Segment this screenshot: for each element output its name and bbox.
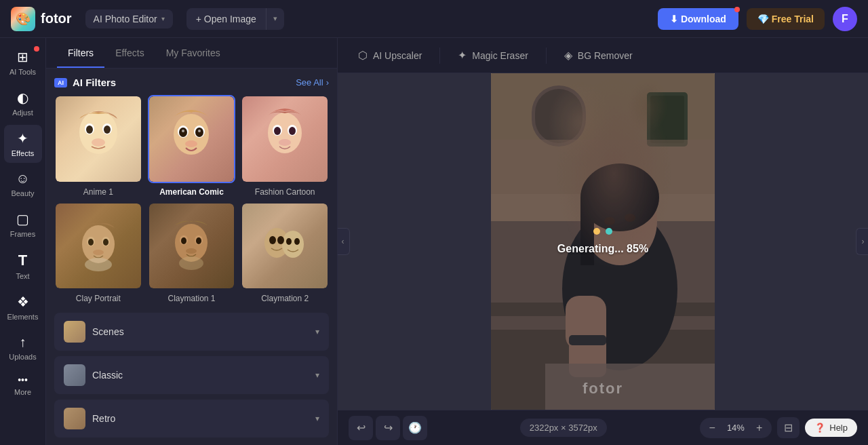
zoom-plus-icon: + (756, 422, 762, 434)
accordion-retro-header[interactable]: Retro ▾ (54, 400, 329, 438)
claymation1-label: Claymation 1 (167, 294, 215, 303)
view-mode-button[interactable]: ⊟ (777, 417, 800, 438)
clay-portrait-illustration (56, 204, 141, 289)
sidebar-item-adjust[interactable]: ◐ Adjust (4, 84, 42, 122)
sidebar-item-more[interactable]: ••• More (4, 369, 42, 402)
avatar[interactable]: F (833, 7, 857, 31)
claymation1-svg (164, 216, 218, 277)
frames-icon: ▢ (16, 211, 29, 227)
open-image-main-button[interactable]: + Open Image (186, 8, 267, 30)
accordion-scenes-header[interactable]: Scenes ▾ (54, 313, 329, 351)
see-all-label: See All (296, 77, 323, 88)
open-image-arrow-icon: ▾ (273, 14, 277, 22)
svg-point-31 (196, 237, 201, 244)
filter-item-claymation1[interactable]: Claymation 1 (148, 202, 236, 304)
fotor-watermark: fotor (583, 380, 623, 398)
svg-point-17 (274, 127, 281, 135)
uploads-icon: ↑ (20, 334, 26, 350)
bg-remover-button[interactable]: ◈ BG Remover (555, 43, 642, 67)
svg-point-5 (92, 138, 105, 147)
download-button[interactable]: ⬇ Download (658, 8, 738, 30)
tab-filters[interactable]: Filters (57, 38, 104, 68)
filter-item-fashion-cartoon[interactable]: Fashion Cartoon (241, 95, 329, 197)
filter-item-anime1[interactable]: Anime 1 (54, 95, 142, 197)
classic-title: Classic (92, 370, 309, 381)
zoom-level: 14% (724, 423, 748, 433)
scenes-chevron: ▾ (315, 327, 319, 336)
adjust-icon: ◐ (17, 90, 28, 106)
scenes-title: Scenes (92, 326, 309, 337)
bottom-right-group: − 14% + ⊟ ❓ Help (700, 417, 857, 438)
redo-button[interactable]: ↪ (376, 416, 400, 440)
dot-yellow (593, 228, 600, 235)
undo-button[interactable]: ↩ (349, 416, 373, 440)
filter-item-american-comic[interactable]: American Comic (148, 95, 236, 197)
ai-tools-notif (34, 46, 39, 52)
ai-filters-title: AI AI Filters (54, 77, 116, 88)
image-container: Generating... 85% fotor (491, 73, 715, 410)
anime1-illustration (56, 96, 141, 182)
generating-box: Generating... 85% (557, 228, 648, 255)
generating-dots (593, 228, 612, 235)
svg-point-19 (279, 139, 291, 146)
claymation1-illustration (149, 204, 235, 289)
app-mode-selector[interactable]: AI Photo Editor ▾ (85, 9, 173, 28)
free-trial-label: 💎 Free Trial (757, 14, 814, 24)
svg-point-33 (179, 256, 203, 270)
fashion-cartoon-label: Fashion Cartoon (255, 187, 315, 197)
toolbar-divider-2 (546, 47, 547, 64)
generating-text: Generating... 85% (557, 243, 648, 255)
sidebar-item-frames[interactable]: ▢ Frames (4, 206, 42, 244)
main-image: Generating... 85% fotor (491, 73, 715, 410)
sidebar-item-ai-tools[interactable]: ⊞ AI Tools (4, 43, 42, 81)
svg-point-39 (294, 238, 300, 245)
accordion-classic-header[interactable]: Classic ▾ (54, 356, 329, 394)
history-button[interactable]: 🕐 (403, 416, 427, 440)
accordion-classic: Classic ▾ (54, 356, 329, 394)
retro-chevron: ▾ (315, 414, 319, 423)
ai-tools-icon: ⊞ (17, 49, 28, 65)
ai-badge: AI (54, 78, 67, 88)
svg-point-38 (286, 238, 292, 245)
magic-eraser-button[interactable]: ✦ Magic Eraser (448, 43, 537, 67)
bg-remover-icon: ◈ (564, 49, 572, 62)
fashion-cartoon-illustration (242, 96, 328, 182)
magic-eraser-label: Magic Eraser (472, 50, 528, 61)
claymation2-svg (258, 216, 312, 277)
ai-filters-header: AI AI Filters See All › (54, 77, 329, 88)
open-image-dropdown-button[interactable]: ▾ (267, 9, 284, 28)
image-size: 2322px × 3572px (530, 423, 597, 433)
canvas-toolbar: ⬡ AI Upscaler ✦ Magic Eraser ◈ BG Remove… (338, 38, 868, 73)
sidebar-item-elements[interactable]: ❖ Elements (4, 288, 42, 326)
tab-effects[interactable]: Effects (104, 38, 155, 68)
see-all-button[interactable]: See All › (296, 77, 329, 88)
zoom-in-button[interactable]: + (753, 421, 765, 436)
sidebar-item-uploads[interactable]: ↑ Uploads (4, 329, 42, 366)
app-mode-label: AI Photo Editor (94, 14, 157, 24)
expand-panel-arrow[interactable]: › (856, 228, 868, 255)
sidebar-item-effects[interactable]: ✦ Effects (4, 125, 42, 163)
icon-bar: ⊞ AI Tools ◐ Adjust ✦ Effects ☺ Beauty ▢… (0, 38, 46, 445)
sidebar-item-text[interactable]: T Text (4, 246, 42, 286)
top-bar: 🎨 fotor AI Photo Editor ▾ + Open Image ▾… (0, 0, 868, 38)
zoom-out-button[interactable]: − (707, 421, 718, 436)
effects-icon: ✦ (17, 130, 28, 147)
elements-icon: ❖ (17, 294, 29, 310)
canvas-content[interactable]: ‹ (338, 73, 868, 410)
filter-thumb-claymation1 (148, 202, 236, 290)
tab-my-favorites[interactable]: My Favorites (155, 38, 231, 68)
main-layout: ⊞ AI Tools ◐ Adjust ✦ Effects ☺ Beauty ▢… (0, 38, 868, 445)
ai-upscaler-label: AI Upscaler (373, 50, 422, 61)
free-trial-button[interactable]: 💎 Free Trial (747, 8, 825, 30)
collapse-panel-arrow[interactable]: ‹ (338, 228, 350, 255)
sidebar-item-beauty[interactable]: ☺ Beauty (4, 166, 42, 203)
fashion-cartoon-svg (258, 109, 312, 170)
svg-point-12 (198, 130, 201, 132)
bg-remover-label: BG Remover (578, 50, 633, 61)
filter-item-claymation2[interactable]: Claymation 2 (241, 202, 329, 304)
help-button[interactable]: ❓ Help (805, 419, 857, 437)
filter-item-clay-portrait[interactable]: Clay Portrait (54, 202, 142, 304)
svg-point-37 (277, 236, 284, 244)
claymation2-illustration (242, 204, 328, 289)
ai-upscaler-button[interactable]: ⬡ AI Upscaler (349, 43, 431, 67)
